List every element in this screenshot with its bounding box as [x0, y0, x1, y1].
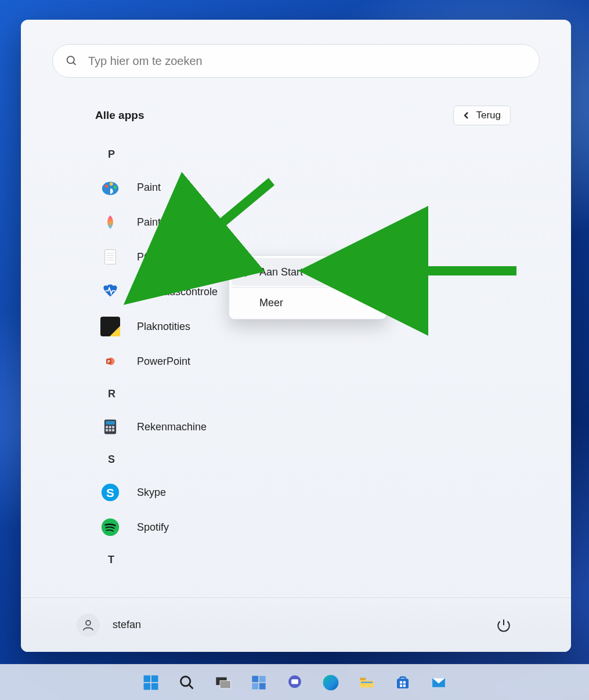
svg-rect-15: [106, 421, 115, 425]
svg-rect-33: [151, 683, 158, 690]
svg-rect-16: [106, 426, 108, 428]
start-menu-panel: Alle apps Terug P Paint Paint 3D PC tips…: [21, 20, 571, 652]
svg-point-0: [67, 56, 74, 63]
svg-rect-32: [143, 683, 150, 690]
app-label: Plaknotities: [137, 321, 190, 333]
spotify-icon: [100, 517, 121, 538]
chevron-left-icon: [463, 112, 470, 119]
svg-rect-45: [360, 677, 366, 680]
paint3d-icon: [100, 212, 121, 233]
svg-rect-43: [291, 679, 298, 684]
svg-rect-40: [252, 683, 258, 689]
search-box[interactable]: [52, 44, 540, 78]
svg-point-44: [323, 674, 338, 690]
svg-text:S: S: [106, 486, 114, 499]
document-icon: [100, 246, 121, 267]
calculator-icon: [100, 416, 121, 437]
svg-rect-21: [112, 429, 114, 431]
paint-icon: [100, 177, 121, 198]
start-menu-footer: stefan: [21, 597, 571, 652]
store-icon: [394, 674, 411, 691]
app-item-skype[interactable]: S Skype: [95, 475, 497, 510]
search-icon: [66, 55, 78, 67]
power-icon: [496, 618, 511, 633]
user-account-button[interactable]: stefan: [77, 614, 141, 637]
svg-rect-31: [151, 675, 158, 682]
taskbar-search-button[interactable]: [174, 670, 200, 695]
svg-rect-20: [109, 429, 111, 431]
svg-point-5: [114, 186, 117, 189]
app-item-rekenmachine[interactable]: Rekenmachine: [95, 409, 497, 444]
taskbar-edge-button[interactable]: [318, 670, 344, 695]
mail-icon: [429, 674, 448, 691]
letter-header-p[interactable]: P: [95, 139, 497, 170]
taskbar-mail-button[interactable]: [426, 670, 451, 695]
user-name-label: stefan: [113, 619, 141, 631]
app-list: P Paint Paint 3D PC tips - Snelkoppeling…: [95, 139, 497, 597]
svg-text:P: P: [107, 360, 110, 364]
svg-rect-39: [259, 676, 265, 682]
taskbar-taskview-button[interactable]: [210, 670, 236, 695]
all-apps-title: Alle apps: [95, 109, 144, 122]
svg-rect-38: [252, 676, 258, 682]
taskbar-chat-button[interactable]: [282, 670, 308, 695]
widgets-icon: [250, 674, 268, 691]
context-more[interactable]: Meer: [232, 289, 384, 317]
context-item-label: Meer: [259, 297, 283, 309]
start-icon: [142, 673, 160, 692]
taskview-icon: [214, 674, 232, 691]
context-menu: Aan Start vastmaken Meer: [229, 255, 387, 320]
app-label: Rekenmachine: [137, 421, 207, 433]
chat-icon: [286, 674, 303, 691]
svg-line-1: [73, 63, 75, 65]
app-label: Paint: [137, 182, 161, 194]
letter-header-t[interactable]: T: [95, 545, 497, 575]
power-button[interactable]: [492, 614, 515, 637]
back-button[interactable]: Terug: [453, 106, 511, 125]
svg-point-25: [86, 621, 91, 625]
svg-rect-17: [109, 426, 111, 428]
context-item-label: Aan Start vastmaken: [259, 266, 356, 278]
skype-icon: S: [100, 482, 121, 503]
app-item-powerpoint[interactable]: P PowerPoint: [95, 344, 497, 379]
svg-point-4: [110, 183, 113, 186]
chevron-right-icon: [369, 299, 376, 306]
app-label: Spotify: [137, 521, 169, 534]
svg-rect-49: [403, 681, 405, 683]
apps-header-row: Alle apps Terug: [95, 106, 511, 125]
app-item-spotify[interactable]: Spotify: [95, 510, 497, 545]
plaknotities-icon: [100, 316, 121, 337]
svg-line-35: [189, 684, 193, 688]
pcstatus-icon: [100, 281, 121, 302]
letter-header-r[interactable]: R: [95, 379, 497, 409]
svg-rect-37: [220, 680, 230, 688]
svg-rect-46: [361, 681, 373, 683]
svg-rect-50: [400, 684, 402, 687]
avatar-icon: [77, 614, 100, 637]
svg-rect-48: [400, 681, 402, 683]
app-label: Pc-statuscontrole: [137, 286, 218, 298]
app-label: Paint 3D: [137, 216, 177, 229]
svg-rect-47: [397, 679, 409, 688]
svg-rect-19: [106, 429, 108, 431]
svg-point-3: [105, 184, 109, 188]
back-button-label: Terug: [476, 110, 501, 121]
search-input[interactable]: [88, 55, 526, 68]
taskbar-start-button[interactable]: [138, 670, 164, 695]
taskbar-widgets-button[interactable]: [246, 670, 272, 695]
svg-rect-30: [143, 675, 150, 682]
edge-icon: [321, 673, 340, 692]
app-item-paint[interactable]: Paint: [95, 170, 497, 205]
app-label: PowerPoint: [137, 356, 190, 368]
app-item-paint3d[interactable]: Paint 3D: [95, 205, 497, 240]
context-pin-to-start[interactable]: Aan Start vastmaken: [232, 258, 384, 286]
svg-rect-51: [403, 684, 405, 687]
taskbar-store-button[interactable]: [390, 670, 415, 695]
taskbar-explorer-button[interactable]: [354, 670, 380, 695]
svg-rect-6: [105, 250, 116, 264]
taskbar: [0, 664, 589, 700]
folder-icon: [357, 674, 376, 691]
context-menu-divider: [232, 287, 384, 288]
letter-header-s[interactable]: S: [95, 444, 497, 475]
svg-rect-41: [259, 683, 265, 689]
